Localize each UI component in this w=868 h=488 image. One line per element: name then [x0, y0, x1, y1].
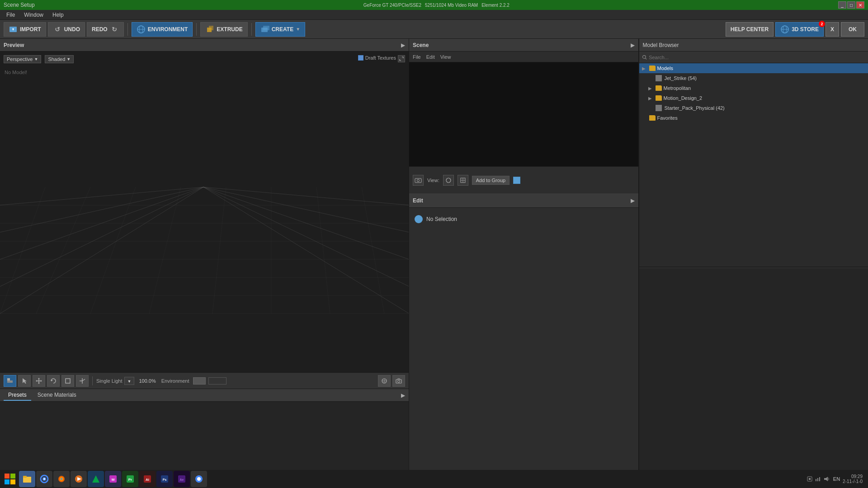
- reset-view-button[interactable]: [378, 375, 391, 387]
- tree-item-motion-design[interactable]: ▶ Motion_Design_2: [639, 93, 868, 103]
- scene-menu-edit[interactable]: Edit: [426, 54, 435, 60]
- svg-marker-42: [38, 378, 40, 379]
- taskbar-app8[interactable]: Ai: [139, 471, 156, 487]
- model-browser: Model Browser ▶ Models Jet_Strike (54): [639, 39, 868, 470]
- separator-3: [251, 23, 252, 36]
- undo-button[interactable]: ↺ UNDO: [48, 22, 85, 37]
- tray-icon-1: [807, 476, 812, 482]
- tree-item-metropolitan[interactable]: ▶ Metropolitan: [639, 83, 868, 93]
- scene-camera-icon[interactable]: [413, 175, 424, 186]
- close-button[interactable]: ✕: [856, 1, 864, 9]
- light-mode-arrow: ▼: [127, 379, 132, 384]
- add-to-group-button[interactable]: Add to Group: [472, 176, 509, 185]
- scene-menu-view[interactable]: View: [440, 54, 451, 60]
- separator-2: [196, 23, 197, 36]
- svg-marker-43: [38, 383, 40, 384]
- menu-file[interactable]: File: [3, 11, 19, 19]
- environment-label-vp: Environment: [161, 378, 189, 384]
- draft-textures-checkbox[interactable]: [358, 55, 363, 61]
- redo-button[interactable]: REDO ↻: [87, 22, 124, 37]
- titlebar-info: GeForce GT 240/PCIe/SSE2 5251/1024 Mb Vi…: [363, 3, 509, 8]
- view-circle-btn[interactable]: [443, 175, 454, 186]
- ok-button[interactable]: OK: [841, 22, 864, 37]
- create-label: CREATE: [272, 26, 293, 33]
- taskbar-right: EN 09:29 2-11-/-1-0: [807, 474, 866, 484]
- scene-menubar: File Edit View: [409, 52, 638, 62]
- taskbar-app6[interactable]: M: [105, 471, 121, 487]
- start-button[interactable]: [2, 471, 18, 487]
- x-button[interactable]: X: [826, 22, 839, 37]
- viewport-expand-button[interactable]: [398, 55, 405, 62]
- environment-button[interactable]: ENVIRONMENT: [132, 22, 193, 37]
- redo-label: REDO: [92, 26, 108, 33]
- taskbar-app-chrome2[interactable]: [191, 471, 207, 487]
- help-center-button[interactable]: HELP CENTER: [726, 22, 774, 37]
- environment-extra[interactable]: [208, 377, 226, 385]
- store-icon: [780, 25, 789, 34]
- scene-materials-tab[interactable]: Scene Materials: [33, 390, 81, 401]
- group-indicator[interactable]: [513, 177, 520, 184]
- taskbar-file-explorer[interactable]: [19, 471, 35, 487]
- menu-window[interactable]: Window: [20, 11, 47, 19]
- tree-root-models[interactable]: ▶ Models: [639, 63, 868, 73]
- minimize-button[interactable]: _: [838, 1, 846, 9]
- transform-tool-button[interactable]: [76, 375, 89, 387]
- import-icon: [9, 25, 18, 34]
- tree-arrow-models: ▶: [642, 66, 647, 71]
- scene-expand-btn[interactable]: ▶: [631, 42, 635, 48]
- svg-line-29: [0, 187, 45, 314]
- svg-point-55: [398, 380, 400, 382]
- pointer-tool-button[interactable]: [18, 375, 31, 387]
- rotate-tool-button[interactable]: [47, 375, 60, 387]
- taskbar-music[interactable]: [71, 471, 87, 487]
- taskbar-app9[interactable]: Ps: [156, 471, 173, 487]
- import-button[interactable]: IMPORT: [4, 22, 46, 37]
- viewport[interactable]: Perspective ▼ Shaded ▼ No Model! Draft T…: [0, 52, 409, 372]
- edit-expand-btn[interactable]: ▶: [631, 197, 635, 204]
- presets-tab[interactable]: Presets: [4, 390, 31, 401]
- environment-color[interactable]: [193, 377, 206, 385]
- language-indicator[interactable]: EN: [833, 476, 840, 482]
- taskbar-app5[interactable]: [88, 471, 104, 487]
- scene-menu-file[interactable]: File: [413, 54, 421, 60]
- store-button[interactable]: 3D STORE 2: [775, 22, 824, 37]
- svg-line-36: [362, 187, 384, 314]
- search-input[interactable]: [649, 55, 865, 60]
- bottom-panel-expand[interactable]: ▶: [401, 392, 405, 399]
- tree-arrow-motion: ▶: [648, 96, 654, 101]
- extrude-button[interactable]: EXTRUDE: [200, 22, 247, 37]
- tree-item-favorites[interactable]: Favorites: [639, 113, 868, 123]
- bottom-tabs: Presets Scene Materials ▶: [0, 389, 409, 402]
- tree-item-starter-pack[interactable]: Starter_Pack_Physical (42): [639, 103, 868, 113]
- window-controls: _ □ ✕: [838, 1, 864, 9]
- frame-tool-button[interactable]: [61, 375, 74, 387]
- left-column: Preview ▶: [0, 39, 409, 470]
- preview-expand-btn[interactable]: ▶: [401, 42, 405, 48]
- create-button[interactable]: CREATE ▼: [255, 22, 305, 37]
- select-tool-button[interactable]: [4, 375, 16, 387]
- view-grid-btn[interactable]: [458, 175, 468, 186]
- perspective-dropdown[interactable]: Perspective ▼: [4, 55, 41, 63]
- taskbar-app7[interactable]: Pr: [122, 471, 138, 487]
- taskbar-ae[interactable]: Ae: [174, 471, 190, 487]
- svg-rect-8: [263, 26, 269, 30]
- clock-time: 09:29: [851, 474, 863, 479]
- move-tool-button[interactable]: [33, 375, 45, 387]
- maximize-button[interactable]: □: [847, 1, 855, 9]
- svg-line-21: [203, 187, 409, 205]
- element-info: Element 2.2.2: [481, 3, 509, 8]
- taskbar-chrome[interactable]: [36, 471, 52, 487]
- tree-item-jet-strike[interactable]: Jet_Strike (54): [639, 73, 868, 83]
- tree-label-starter: Starter_Pack_Physical (42): [665, 105, 725, 111]
- camera-button[interactable]: [392, 375, 405, 387]
- scene-viewport[interactable]: [409, 62, 638, 166]
- shading-dropdown[interactable]: Shaded ▼: [45, 55, 74, 63]
- model-tree: ▶ Models Jet_Strike (54) ▶ Metropolitan …: [639, 63, 868, 265]
- create-dropdown-arrow[interactable]: ▼: [296, 27, 300, 32]
- taskbar-firefox[interactable]: [53, 471, 70, 487]
- titlebar-title: Scene Setup: [4, 2, 35, 8]
- svg-text:Ai: Ai: [146, 478, 149, 482]
- menu-help[interactable]: Help: [49, 11, 67, 19]
- light-mode-dropdown[interactable]: ▼: [124, 377, 135, 385]
- draft-textures: Draft Textures: [358, 55, 396, 61]
